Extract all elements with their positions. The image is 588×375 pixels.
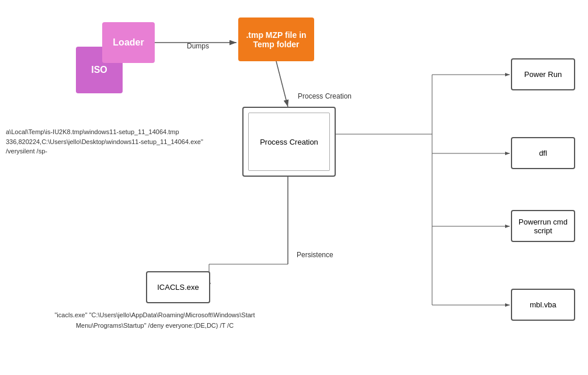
mbl-vba-node: mbl.vba bbox=[511, 289, 575, 321]
loader-label: Loader bbox=[113, 37, 144, 48]
tmp-node: .tmp MZP file in Temp folder bbox=[238, 17, 314, 61]
tmp-label: .tmp MZP file in Temp folder bbox=[238, 30, 314, 49]
loader-node: Loader bbox=[102, 22, 155, 63]
power-run-label: Power Run bbox=[524, 70, 562, 79]
process-creation-node: Process Creation bbox=[242, 107, 336, 177]
svg-line-2 bbox=[276, 61, 288, 107]
command-label: a\Local\Temp\is-IU2K8.tmp\windows11-setu… bbox=[6, 127, 203, 156]
iso-label: ISO bbox=[91, 65, 107, 75]
diagram-container: ISO Loader .tmp MZP file in Temp folder … bbox=[0, 0, 588, 375]
process-creation-top-label: Process Creation bbox=[298, 92, 352, 100]
dfl-node: dfl bbox=[511, 137, 575, 169]
power-run-node: Power Run bbox=[511, 58, 575, 90]
persistence-label: Persistence bbox=[297, 251, 333, 259]
icacls-node: ICACLS.exe bbox=[146, 271, 210, 303]
process-creation-label: Process Creation bbox=[260, 138, 318, 146]
powerrun-cmd-label: Powerrun cmd script bbox=[512, 218, 574, 235]
mbl-vba-label: mbl.vba bbox=[530, 300, 556, 309]
icacls-cmd-label: "icacls.exe" "C:\Users\jello\AppData\Roa… bbox=[53, 310, 257, 331]
icacls-label: ICACLS.exe bbox=[157, 283, 199, 292]
dumps-label: Dumps bbox=[187, 42, 209, 50]
dfl-label: dfl bbox=[539, 149, 547, 157]
powerrun-cmd-node: Powerrun cmd script bbox=[511, 210, 575, 242]
